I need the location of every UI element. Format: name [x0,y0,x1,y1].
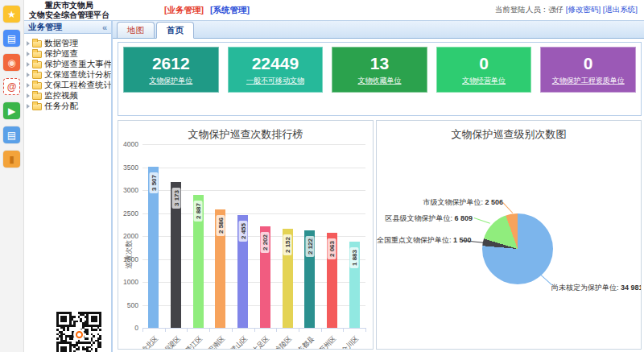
x-axis-tickmark [321,328,322,332]
pie-connector [539,273,552,285]
folder-icon [32,93,42,100]
caret-icon[interactable] [27,52,30,56]
caret-icon[interactable] [27,72,30,77]
tree-item[interactable]: 监控视频 [27,90,109,101]
y-axis-tick: 500 [118,301,138,309]
bar-value-label: 2 063 [328,238,336,259]
tree-item-label: 保护巡查重大事件 [44,59,112,70]
panel-icon[interactable]: ▤ [3,30,20,47]
stat-value: 0 [584,54,593,73]
user-name: 强仔 [548,5,564,14]
bar-value-label: 3 173 [171,188,180,209]
x-axis-tickmark [142,328,143,332]
y-axis-tick: 0 [118,324,138,332]
caret-icon[interactable] [27,83,30,88]
stat-card-4[interactable]: 0文物保护工程资质单位 [540,47,636,93]
weibo-icon[interactable]: ◉ [3,54,20,71]
folder-icon [32,51,42,58]
folder-icon [32,82,42,89]
caret-icon[interactable] [27,62,30,67]
tree-item-label: 监控视频 [44,90,78,101]
nav-link-system[interactable]: [系统管理] [210,5,250,16]
bar-value-label: 2 455 [238,221,247,242]
x-axis-tickmark [343,328,344,332]
stat-card-1[interactable]: 22449一般不可移动文物 [228,47,324,93]
y-axis-tick: 3000 [118,186,138,194]
video-icon[interactable]: ▶ [3,102,20,119]
stat-label: 文物保护工程资质单位 [552,76,625,86]
charts-row: 文物保护巡查次数排行榜 0500100015002000250030003500… [118,120,642,350]
sidebar: 业务管理 « 数据管理保护巡查保护巡查重大事件文保巡查统计分析文保工程检查统计分… [24,20,113,352]
stat-card-2[interactable]: 13文物收藏单位 [332,47,427,93]
at-icon[interactable]: @ [3,78,20,95]
caret-icon[interactable] [27,41,30,46]
nav-link-business[interactable]: [业务管理] [164,5,204,16]
login-label: 当前登陆人员： [495,5,549,14]
bar-chart-title: 文物保护巡查次数排行榜 [118,121,373,142]
tab-bar: 地图首页 [113,20,644,39]
pie[interactable] [482,213,553,284]
y-axis-tick: 3500 [118,164,138,172]
caret-icon[interactable] [27,93,30,98]
x-axis-tickmark [187,328,188,332]
folder-icon [32,103,42,110]
folder-icon [32,40,42,48]
stat-value: 22449 [252,54,299,73]
bar-chart-panel: 文物保护巡查次数排行榜 0500100015002000250030003500… [118,120,374,350]
notebook-icon[interactable]: ▮ [3,151,20,168]
folder-icon [32,72,42,79]
tab-map[interactable]: 地图 [117,22,155,38]
icon-strip: ★▤◉@▶▤▮ [0,0,24,352]
bar-value-label: 2 122 [305,236,314,257]
star-icon[interactable]: ★ [3,6,20,23]
x-axis-label: 渝北区 [119,334,160,350]
gridline [142,168,365,168]
pie-chart-panel: 文物保护巡查级别次数图 尚未核定为保护单位: 34 981全国重点文物保护单位:… [376,120,642,350]
x-axis-tickmark [365,328,366,332]
tree-item[interactable]: 保护巡查重大事件 [27,59,109,69]
y-axis-tick: 4000 [118,140,138,148]
tree-item-label: 文保工程检查统计分析 [44,80,113,91]
gridline [142,144,365,145]
tree-item[interactable]: 数据管理 [27,38,109,48]
main-area: 地图首页 2612文物保护单位22449一般不可移动文物13文物收藏单位0文物经… [113,20,644,352]
pie-label: 全国重点文物保护单位: 1 500 [377,235,460,246]
tree-item-label: 任务分配 [44,101,78,112]
qr-center-logo [73,329,85,340]
change-password-link[interactable]: [修改密码] [566,5,601,14]
tree-item[interactable]: 保护巡查 [27,48,109,59]
bar-value-label: 2 586 [216,215,225,236]
x-axis-tickmark [276,328,277,332]
stat-card-3[interactable]: 0文物经营单位 [436,47,532,93]
platform-name: 文物安全综合管理平台 [24,10,114,20]
stats-row: 2612文物保护单位22449一般不可移动文物13文物收藏单位0文物经营单位0文… [123,47,636,93]
logout-link[interactable]: [退出系统] [603,5,638,14]
stats-panel: 2612文物保护单位22449一般不可移动文物13文物收藏单位0文物经营单位0文… [118,42,642,116]
bar-value-label: 3 507 [149,172,158,193]
stat-value: 0 [479,54,489,73]
pie-connector [474,217,490,224]
x-axis-tickmark [254,328,255,332]
y-axis-tick: 2500 [118,209,138,217]
pie-chart-title: 文物保护巡查级别次数图 [377,121,641,142]
document-icon[interactable]: ▤ [3,126,20,143]
tab-home[interactable]: 首页 [156,22,194,39]
sidebar-title: 业务管理 [28,22,62,33]
app-window: ★▤◉@▶▤▮ 重庆市文物局 文物安全综合管理平台 [业务管理] [系统管理] … [0,0,644,352]
stat-card-0[interactable]: 2612文物保护单位 [123,47,219,93]
tree-item-label: 数据管理 [44,38,78,49]
caret-icon[interactable] [27,104,30,109]
collapse-button[interactable]: « [102,23,107,32]
bar-value-label: 2 202 [261,232,270,253]
stat-label: 文物经营单位 [462,76,506,86]
sidebar-tree: 数据管理保护巡查保护巡查重大事件文保巡查统计分析文保工程检查统计分析监控视频任务… [24,34,111,115]
y-axis-title: 巡查次数 [124,226,134,283]
app-title: 重庆市文物局 文物安全综合管理平台 [24,1,114,19]
qr-grid [56,312,101,352]
stat-value: 2612 [152,54,190,73]
tree-item[interactable]: 任务分配 [27,101,109,111]
tree-item[interactable]: 文保巡查统计分析 [27,69,109,80]
pie-connector [502,202,513,213]
tree-item-label: 文保巡查统计分析 [44,69,112,81]
tree-item[interactable]: 文保工程检查统计分析 [27,80,109,90]
